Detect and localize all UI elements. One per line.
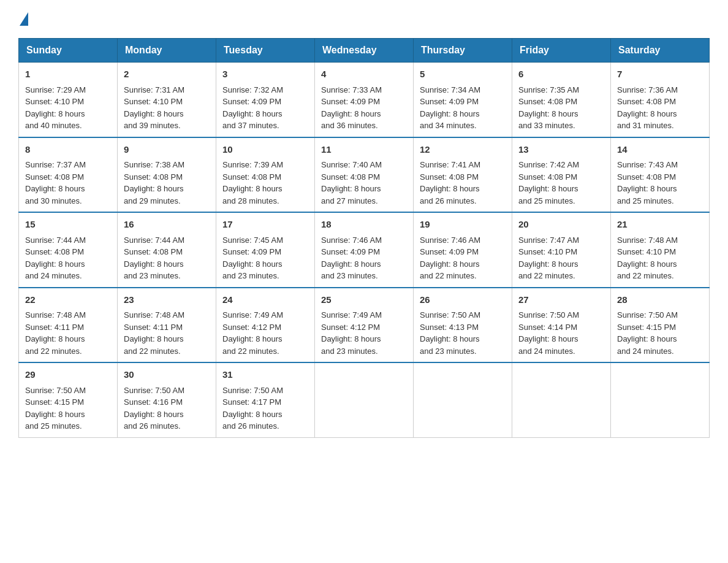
day-info: Sunrise: 7:32 AMSunset: 4:09 PMDaylight:… xyxy=(222,85,283,131)
logo-triangle-icon xyxy=(20,12,28,26)
day-info: Sunrise: 7:36 AMSunset: 4:08 PMDaylight:… xyxy=(617,85,678,131)
day-info: Sunrise: 7:49 AMSunset: 4:12 PMDaylight:… xyxy=(222,310,283,356)
calendar-header-sunday: Sunday xyxy=(19,39,118,63)
day-number: 20 xyxy=(518,218,604,232)
day-info: Sunrise: 7:48 AMSunset: 4:11 PMDaylight:… xyxy=(25,310,86,356)
day-number: 24 xyxy=(222,293,308,307)
day-info: Sunrise: 7:42 AMSunset: 4:08 PMDaylight:… xyxy=(518,160,579,205)
calendar-cell: 16Sunrise: 7:44 AMSunset: 4:08 PMDayligh… xyxy=(118,212,216,288)
calendar-cell: 5Sunrise: 7:34 AMSunset: 4:09 PMDaylight… xyxy=(414,63,512,137)
calendar-cell: 24Sunrise: 7:49 AMSunset: 4:12 PMDayligh… xyxy=(216,288,315,363)
calendar-cell: 8Sunrise: 7:37 AMSunset: 4:08 PMDaylight… xyxy=(19,137,118,213)
day-number: 14 xyxy=(617,143,703,157)
calendar-cell: 22Sunrise: 7:48 AMSunset: 4:11 PMDayligh… xyxy=(19,288,118,363)
calendar-cell: 1Sunrise: 7:29 AMSunset: 4:10 PMDaylight… xyxy=(19,63,118,137)
calendar-cell: 2Sunrise: 7:31 AMSunset: 4:10 PMDaylight… xyxy=(118,63,216,137)
day-number: 30 xyxy=(124,368,210,382)
calendar-table: SundayMondayTuesdayWednesdayThursdayFrid… xyxy=(18,38,710,438)
calendar-cell: 4Sunrise: 7:33 AMSunset: 4:09 PMDaylight… xyxy=(315,63,414,137)
day-number: 5 xyxy=(420,67,506,82)
calendar-cell: 25Sunrise: 7:49 AMSunset: 4:12 PMDayligh… xyxy=(315,288,414,363)
day-number: 11 xyxy=(321,143,407,157)
calendar-header-friday: Friday xyxy=(512,39,611,63)
day-number: 6 xyxy=(518,67,604,82)
day-info: Sunrise: 7:50 AMSunset: 4:13 PMDaylight:… xyxy=(420,310,480,356)
day-number: 15 xyxy=(25,218,111,232)
day-info: Sunrise: 7:43 AMSunset: 4:08 PMDaylight:… xyxy=(617,160,678,205)
day-info: Sunrise: 7:35 AMSunset: 4:08 PMDaylight:… xyxy=(518,85,579,131)
day-info: Sunrise: 7:33 AMSunset: 4:09 PMDaylight:… xyxy=(321,85,382,131)
calendar-header-row: SundayMondayTuesdayWednesdayThursdayFrid… xyxy=(19,39,710,63)
day-number: 23 xyxy=(124,293,210,307)
calendar-cell xyxy=(512,362,611,437)
calendar-week-row: 8Sunrise: 7:37 AMSunset: 4:08 PMDaylight… xyxy=(19,137,710,213)
day-info: Sunrise: 7:50 AMSunset: 4:15 PMDaylight:… xyxy=(617,310,678,356)
day-info: Sunrise: 7:48 AMSunset: 4:11 PMDaylight:… xyxy=(124,310,184,356)
calendar-header-tuesday: Tuesday xyxy=(216,39,315,63)
day-number: 25 xyxy=(321,293,407,307)
calendar-week-row: 29Sunrise: 7:50 AMSunset: 4:15 PMDayligh… xyxy=(19,362,710,437)
calendar-header-wednesday: Wednesday xyxy=(315,39,414,63)
day-number: 16 xyxy=(124,218,210,232)
logo xyxy=(18,12,29,26)
calendar-header-monday: Monday xyxy=(118,39,216,63)
day-info: Sunrise: 7:29 AMSunset: 4:10 PMDaylight:… xyxy=(25,85,86,131)
calendar-cell: 19Sunrise: 7:46 AMSunset: 4:09 PMDayligh… xyxy=(414,212,512,288)
calendar-header-thursday: Thursday xyxy=(414,39,512,63)
calendar-cell: 31Sunrise: 7:50 AMSunset: 4:17 PMDayligh… xyxy=(216,362,315,437)
day-number: 13 xyxy=(518,143,604,157)
calendar-header-saturday: Saturday xyxy=(611,39,710,63)
day-info: Sunrise: 7:44 AMSunset: 4:08 PMDaylight:… xyxy=(25,236,86,281)
day-number: 19 xyxy=(420,218,506,232)
day-info: Sunrise: 7:50 AMSunset: 4:15 PMDaylight:… xyxy=(25,386,86,431)
calendar-week-row: 1Sunrise: 7:29 AMSunset: 4:10 PMDaylight… xyxy=(19,63,710,137)
day-number: 26 xyxy=(420,293,506,307)
calendar-cell: 10Sunrise: 7:39 AMSunset: 4:08 PMDayligh… xyxy=(216,137,315,213)
day-info: Sunrise: 7:45 AMSunset: 4:09 PMDaylight:… xyxy=(222,236,283,281)
calendar-week-row: 22Sunrise: 7:48 AMSunset: 4:11 PMDayligh… xyxy=(19,288,710,363)
day-number: 3 xyxy=(222,67,308,82)
day-number: 2 xyxy=(124,67,210,82)
calendar-cell xyxy=(611,362,710,437)
calendar-cell: 23Sunrise: 7:48 AMSunset: 4:11 PMDayligh… xyxy=(118,288,216,363)
calendar-cell: 20Sunrise: 7:47 AMSunset: 4:10 PMDayligh… xyxy=(512,212,611,288)
day-number: 1 xyxy=(25,67,111,82)
day-number: 9 xyxy=(124,143,210,157)
day-info: Sunrise: 7:47 AMSunset: 4:10 PMDaylight:… xyxy=(518,236,579,281)
calendar-cell: 26Sunrise: 7:50 AMSunset: 4:13 PMDayligh… xyxy=(414,288,512,363)
day-info: Sunrise: 7:41 AMSunset: 4:08 PMDaylight:… xyxy=(420,160,480,205)
day-info: Sunrise: 7:46 AMSunset: 4:09 PMDaylight:… xyxy=(420,236,480,281)
day-number: 12 xyxy=(420,143,506,157)
day-info: Sunrise: 7:39 AMSunset: 4:08 PMDaylight:… xyxy=(222,160,283,205)
day-info: Sunrise: 7:50 AMSunset: 4:16 PMDaylight:… xyxy=(124,386,184,431)
calendar-week-row: 15Sunrise: 7:44 AMSunset: 4:08 PMDayligh… xyxy=(19,212,710,288)
page-header xyxy=(18,12,710,26)
calendar-cell: 15Sunrise: 7:44 AMSunset: 4:08 PMDayligh… xyxy=(19,212,118,288)
calendar-cell: 18Sunrise: 7:46 AMSunset: 4:09 PMDayligh… xyxy=(315,212,414,288)
calendar-cell: 27Sunrise: 7:50 AMSunset: 4:14 PMDayligh… xyxy=(512,288,611,363)
calendar-cell: 12Sunrise: 7:41 AMSunset: 4:08 PMDayligh… xyxy=(414,137,512,213)
calendar-cell: 29Sunrise: 7:50 AMSunset: 4:15 PMDayligh… xyxy=(19,362,118,437)
day-info: Sunrise: 7:31 AMSunset: 4:10 PMDaylight:… xyxy=(124,85,184,131)
day-number: 21 xyxy=(617,218,703,232)
day-info: Sunrise: 7:46 AMSunset: 4:09 PMDaylight:… xyxy=(321,236,382,281)
day-info: Sunrise: 7:38 AMSunset: 4:08 PMDaylight:… xyxy=(124,160,184,205)
calendar-cell xyxy=(315,362,414,437)
day-number: 31 xyxy=(222,368,308,382)
calendar-cell: 7Sunrise: 7:36 AMSunset: 4:08 PMDaylight… xyxy=(611,63,710,137)
calendar-cell: 17Sunrise: 7:45 AMSunset: 4:09 PMDayligh… xyxy=(216,212,315,288)
calendar-cell: 3Sunrise: 7:32 AMSunset: 4:09 PMDaylight… xyxy=(216,63,315,137)
day-number: 17 xyxy=(222,218,308,232)
calendar-cell: 6Sunrise: 7:35 AMSunset: 4:08 PMDaylight… xyxy=(512,63,611,137)
calendar-cell: 14Sunrise: 7:43 AMSunset: 4:08 PMDayligh… xyxy=(611,137,710,213)
calendar-cell: 9Sunrise: 7:38 AMSunset: 4:08 PMDaylight… xyxy=(118,137,216,213)
calendar-cell: 30Sunrise: 7:50 AMSunset: 4:16 PMDayligh… xyxy=(118,362,216,437)
calendar-cell: 21Sunrise: 7:48 AMSunset: 4:10 PMDayligh… xyxy=(611,212,710,288)
day-info: Sunrise: 7:50 AMSunset: 4:17 PMDaylight:… xyxy=(222,386,283,431)
day-number: 28 xyxy=(617,293,703,307)
day-number: 18 xyxy=(321,218,407,232)
day-number: 22 xyxy=(25,293,111,307)
day-info: Sunrise: 7:50 AMSunset: 4:14 PMDaylight:… xyxy=(518,310,579,356)
calendar-cell: 13Sunrise: 7:42 AMSunset: 4:08 PMDayligh… xyxy=(512,137,611,213)
calendar-cell: 11Sunrise: 7:40 AMSunset: 4:08 PMDayligh… xyxy=(315,137,414,213)
